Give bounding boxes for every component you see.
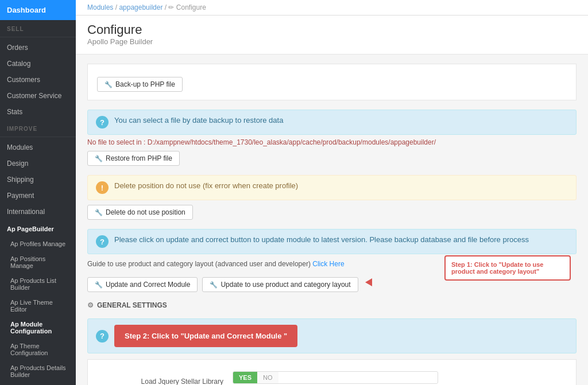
step2-info-row: ? Step 2: Click to "Update and Correct M… xyxy=(87,318,577,353)
update-info-text: Please click on update and correct butto… xyxy=(114,235,529,244)
restore-icon: 🔧 xyxy=(95,155,103,162)
delete-warning-text: Delete position do not use (fix error wh… xyxy=(114,181,298,190)
breadcrumb-icon: ✏ xyxy=(168,3,174,11)
backup-card: 🔧 Back-up to PHP file xyxy=(87,64,577,100)
sidebar-section-sell: SELL xyxy=(0,20,76,34)
update-info-icon: ? xyxy=(96,235,109,248)
sidebar-item-stats[interactable]: Stats xyxy=(0,104,76,120)
jquery-toggle-row: Load Jquery Stellar Library YES NO This … xyxy=(97,365,567,385)
jquery-no-option[interactable]: NO xyxy=(257,372,278,383)
warning-icon: ! xyxy=(96,181,109,194)
page-header: Configure Apollo Page Builder xyxy=(76,15,588,55)
sidebar-item-ap-profiles-manage[interactable]: Ap Profiles Manage xyxy=(0,236,76,251)
sidebar-item-ap-theme-configuration[interactable]: Ap Theme Configuration xyxy=(0,339,76,360)
jquery-toggle-col: YES NO This script is use for parallax. … xyxy=(233,371,438,385)
update-section-wrapper: ? Please click on update and correct but… xyxy=(87,229,577,353)
jquery-toggle[interactable]: YES NO xyxy=(233,371,438,384)
breadcrumb: Modules / appagebuilder / ✏ Configure xyxy=(76,0,588,15)
page-subtitle: Apollo Page Builder xyxy=(87,37,577,46)
sidebar: Dashboard SELL Orders Catalog Customers … xyxy=(0,0,76,385)
jquery-yes-option[interactable]: YES xyxy=(233,372,257,383)
sidebar-item-international[interactable]: International xyxy=(0,204,76,220)
info-icon: ? xyxy=(96,116,109,129)
restore-btn[interactable]: 🔧 Restore from PHP file xyxy=(87,151,180,166)
backup-info-text: You can select a file by date backup to … xyxy=(114,116,283,125)
general-settings-card: Load Jquery Stellar Library YES NO This … xyxy=(87,359,577,385)
delete-icon: 🔧 xyxy=(95,209,103,216)
sidebar-item-payment[interactable]: Payment xyxy=(0,188,76,204)
gear-icon: ⚙ xyxy=(87,301,94,309)
sidebar-item-ap-live-theme-editor[interactable]: Ap Live Theme Editor xyxy=(0,295,76,317)
update-layout-icon: 🔧 xyxy=(210,281,218,289)
sidebar-item-modules[interactable]: Modules xyxy=(0,139,76,155)
sidebar-logo[interactable]: Dashboard xyxy=(0,0,76,20)
content-area: 🔧 Back-up to PHP file ? You can select a… xyxy=(76,64,588,385)
sidebar-item-customer-service[interactable]: Customer Service xyxy=(0,88,76,104)
sidebar-item-ap-shortcode-manage[interactable]: Ap ShortCode Manage xyxy=(0,382,76,385)
delete-warning-box: ! Delete position do not use (fix error … xyxy=(87,175,577,200)
sidebar-item-catalog[interactable]: Catalog xyxy=(0,56,76,72)
sidebar-item-ap-products-details-builder[interactable]: Ap Products Details Builder xyxy=(0,360,76,382)
step2-annotation-container: ? Step 2: Click to "Update and Correct M… xyxy=(87,318,577,353)
sidebar-item-appagebuilder: Ap PageBuilder xyxy=(0,220,76,236)
step2-wrapper: ⚙ GENERAL SETTINGS ? Step 2: Click to "U… xyxy=(87,301,577,353)
update-layout-btn[interactable]: 🔧 Update to use product and category lay… xyxy=(202,277,358,292)
sidebar-item-design[interactable]: Design xyxy=(0,155,76,172)
step1-annotation: Step 1: Click to "Update to use product … xyxy=(444,255,571,281)
sidebar-section-improve: IMPROVE xyxy=(0,120,76,134)
breadcrumb-modules[interactable]: Modules xyxy=(87,3,113,11)
sidebar-item-ap-module-configuration[interactable]: Ap Module Configuration xyxy=(0,317,76,339)
backup-btn[interactable]: 🔧 Back-up to PHP file xyxy=(97,77,183,92)
delete-btn[interactable]: 🔧 Delete do not use position xyxy=(87,205,193,220)
step2-info-icon: ? xyxy=(96,330,109,343)
click-here-link[interactable]: Click Here xyxy=(312,260,344,268)
main-content: Modules / appagebuilder / ✏ Configure Co… xyxy=(76,0,588,385)
update-info-box: ? Please click on update and correct but… xyxy=(87,229,577,254)
page-title: Configure xyxy=(87,22,577,37)
arrow-to-layout-btn xyxy=(365,278,372,286)
update-correct-icon: 🔧 xyxy=(95,281,103,289)
sidebar-item-ap-positions-manage[interactable]: Ap Positions Manage xyxy=(0,251,76,273)
step2-annotation: Step 2: Click to "Update and Correct Mod… xyxy=(114,325,297,347)
breadcrumb-appagebuilder[interactable]: appagebuilder xyxy=(119,3,163,11)
general-settings-header: ⚙ GENERAL SETTINGS xyxy=(87,301,577,309)
sidebar-item-shipping[interactable]: Shipping xyxy=(0,172,76,188)
jquery-toggle-label: Load Jquery Stellar Library xyxy=(97,378,223,385)
sidebar-item-ap-products-list-builder[interactable]: Ap Products List Builder xyxy=(0,273,76,295)
wrench-icon: 🔧 xyxy=(105,81,113,88)
breadcrumb-configure: Configure xyxy=(176,3,206,11)
backup-info-box: ? You can select a file by date backup t… xyxy=(87,110,577,135)
update-correct-btn[interactable]: 🔧 Update and Correct Module xyxy=(87,277,198,292)
sidebar-item-orders[interactable]: Orders xyxy=(0,40,76,56)
sidebar-item-customers[interactable]: Customers xyxy=(0,72,76,88)
update-buttons-container: 🔧 Update and Correct Module 🔧 Update to … xyxy=(87,273,577,292)
backup-error-text: No file to select in : D:/xamppnew/htdoc… xyxy=(87,138,577,146)
